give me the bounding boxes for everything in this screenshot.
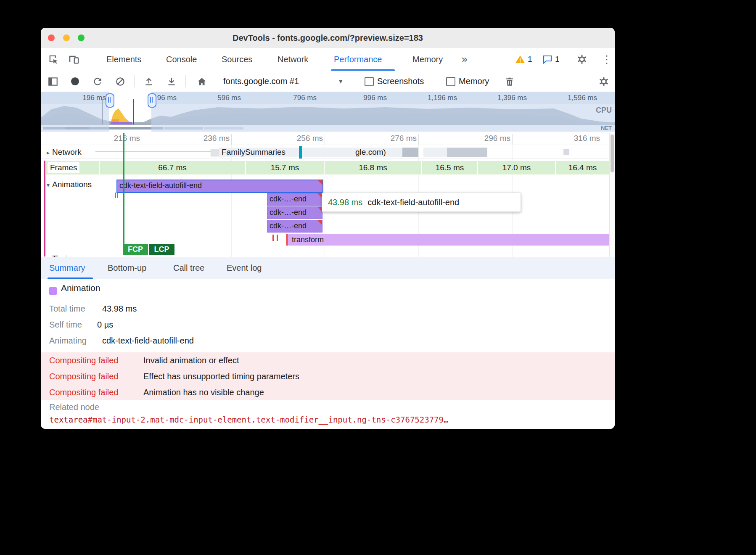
tab-summary[interactable]: Summary (49, 257, 85, 279)
compositing-failed-reason: Effect has unsupported timing parameters (143, 368, 299, 384)
total-time-value: 43.98 ms (102, 304, 137, 314)
network-request-block[interactable] (563, 149, 569, 155)
settings-gear-icon[interactable] (576, 54, 587, 65)
warning-corner-icon (318, 180, 322, 185)
network-request-label[interactable]: gle.com) (355, 147, 386, 158)
network-request-line[interactable] (95, 151, 217, 152)
more-tabs-icon[interactable]: » (461, 48, 468, 71)
animation-event-bar[interactable]: cdk-…-end (267, 193, 322, 206)
clear-recording-icon[interactable] (115, 76, 126, 87)
load-profile-icon[interactable] (143, 76, 154, 87)
compositing-warning-row: Compositing failed Effect has unsupporte… (41, 368, 615, 384)
message-bubble-icon (542, 54, 552, 64)
profile-target-select[interactable]: fonts.google.com #1 (223, 71, 299, 92)
memory-checkbox-label[interactable]: Memory (459, 71, 489, 92)
reload-and-record-icon[interactable] (92, 76, 103, 87)
compositing-failed-label: Compositing failed (49, 352, 119, 368)
network-request-label[interactable]: FamilySummaries (222, 147, 285, 158)
tab-sources[interactable]: Sources (222, 48, 252, 71)
frame-cell[interactable]: 66.7 ms (100, 161, 245, 174)
toggle-sidebar-icon[interactable] (48, 76, 58, 87)
network-request-teal-bar[interactable] (299, 146, 302, 159)
frame-cell[interactable]: 16.4 ms (556, 161, 609, 174)
transform-animation-bar[interactable]: transform (288, 234, 609, 246)
animations-track-header[interactable]: ▾Animations (44, 179, 94, 190)
related-node-link[interactable]: textarea#mat-input-2.mat-mdc-input-eleme… (49, 415, 448, 424)
overview-time-label: 996 ms (349, 92, 387, 104)
network-request-block[interactable] (402, 148, 418, 157)
expanded-arrow-icon: ▾ (47, 182, 50, 188)
lcp-marker-badge[interactable]: LCP (149, 244, 174, 255)
record-button[interactable] (71, 77, 79, 85)
animation-event-bar[interactable]: cdk-…-end (267, 206, 322, 219)
title-bar: DevTools - fonts.google.com/?preview.siz… (41, 28, 615, 48)
frames-track-header[interactable]: Frames (48, 162, 79, 173)
frame-cell[interactable]: 17.0 ms (478, 161, 555, 174)
timeline-ruler[interactable]: 216 ms 236 ms 256 ms 276 ms 296 ms 316 m… (41, 132, 615, 145)
tab-event-log[interactable]: Event log (227, 257, 262, 279)
related-node-label: Related node (49, 402, 99, 412)
animation-event-bar-selected[interactable]: cdk-text-field-autofill-end (116, 180, 323, 193)
frame-cell[interactable]: 15.7 ms (246, 161, 324, 174)
dropped-frame-tick (272, 235, 274, 241)
selection-handle-right[interactable] (148, 93, 156, 108)
details-tab-bar: Summary Bottom-up Call tree Event log (41, 257, 615, 279)
home-icon[interactable] (196, 76, 207, 87)
ruler-tick (325, 134, 325, 145)
tooltip-name: cdk-text-field-autofill-end (367, 198, 459, 207)
timeline-overview[interactable]: 196 ms 96 ms 596 ms 796 ms 996 ms 1,196 … (41, 92, 615, 132)
overview-time-label: 96 ms (139, 92, 177, 104)
cpu-lane-label: CPU (583, 106, 612, 115)
animation-tooltip: 43.98 ms cdk-text-field-autofill-end (322, 193, 521, 212)
compositing-warning-row: Compositing failed Invalid animation or … (41, 352, 615, 368)
ruler-label: 216 ms (102, 132, 140, 145)
screenshots-checkbox-label[interactable]: Screenshots (377, 71, 424, 92)
animation-event-bar[interactable]: cdk-…-end (267, 220, 322, 233)
network-track-header[interactable]: ▸Network (44, 147, 84, 158)
tab-elements[interactable]: Elements (106, 48, 141, 71)
collect-garbage-icon[interactable] (504, 76, 515, 87)
animations-track-label: Animations (52, 180, 92, 189)
tab-console[interactable]: Console (166, 48, 197, 71)
animation-event-label: cdk-…-end (267, 207, 307, 218)
compositing-failed-reason: Animation has no visible change (143, 384, 264, 400)
network-track-label: Network (52, 148, 82, 156)
message-count: 1 (555, 55, 560, 64)
compositing-failed-reason: Invalid animation or effect (143, 352, 239, 368)
tab-call-tree[interactable]: Call tree (173, 257, 204, 279)
issues-indicator[interactable]: 1 (542, 54, 560, 64)
collapsed-arrow-icon: ▸ (47, 149, 50, 156)
ruler-label: 316 ms (562, 132, 600, 145)
fcp-marker-line (123, 133, 124, 244)
panel-settings-gear-icon[interactable] (598, 76, 609, 87)
network-request-block[interactable] (447, 148, 487, 157)
window-title: DevTools - fonts.google.com/?preview.siz… (41, 28, 615, 48)
device-toolbar-icon[interactable] (68, 53, 79, 65)
selection-edge-line (44, 161, 45, 256)
network-request-block[interactable] (211, 149, 220, 156)
tab-memory[interactable]: Memory (412, 48, 443, 71)
details-pane: Summary Bottom-up Call tree Event log An… (41, 257, 615, 429)
tab-network[interactable]: Network (278, 48, 308, 71)
tab-bottom-up[interactable]: Bottom-up (108, 257, 146, 279)
screenshots-checkbox[interactable] (365, 77, 374, 86)
frame-cell[interactable]: 16.5 ms (422, 161, 477, 174)
vertical-scrollbar[interactable] (609, 133, 615, 257)
frame-cell[interactable]: 16.8 ms (325, 161, 421, 174)
self-time-label: Self time (49, 320, 82, 330)
toolbar-separator (185, 75, 186, 87)
inspect-element-icon[interactable] (48, 53, 59, 65)
performance-toolbar: fonts.google.com #1 ▾ Screenshots Memory (41, 71, 615, 92)
fcp-marker-badge[interactable]: FCP (123, 244, 148, 255)
kebab-menu-icon[interactable]: ⋮ (601, 48, 612, 71)
selection-handle-left[interactable] (106, 93, 114, 108)
tab-performance[interactable]: Performance (334, 48, 382, 71)
chevron-down-icon[interactable]: ▾ (339, 71, 343, 92)
node-tag-name: textarea (49, 415, 88, 424)
ruler-label: 296 ms (473, 132, 510, 145)
save-profile-icon[interactable] (166, 76, 177, 87)
scrollbar-thumb[interactable] (611, 135, 614, 172)
compositing-warning-row: Compositing failed Animation has no visi… (41, 384, 615, 400)
warnings-indicator[interactable]: 1 (515, 54, 532, 64)
memory-checkbox[interactable] (446, 77, 455, 86)
